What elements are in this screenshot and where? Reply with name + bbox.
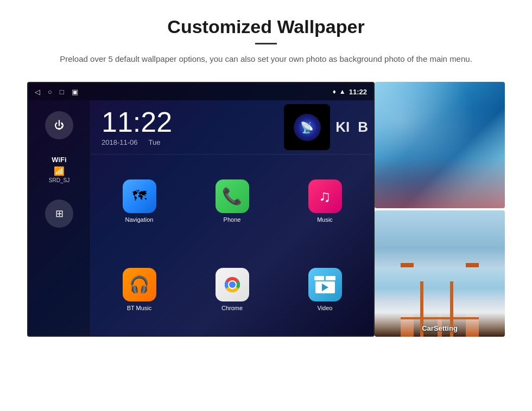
apps-grid-icon: ⊞ xyxy=(55,208,64,220)
power-icon: ⏻ xyxy=(54,120,64,131)
app-chrome[interactable]: Chrome xyxy=(188,247,276,331)
back-icon[interactable]: ◁ xyxy=(35,88,40,96)
wallpaper-panel: CarSetting xyxy=(375,82,505,337)
wallpaper-bridge-thumb[interactable]: CarSetting xyxy=(375,210,505,337)
screen-body: ⏻ WiFi 📶 SRD_SJ ⊞ 11:22 xyxy=(28,100,373,336)
location-icon: ♦ xyxy=(333,88,336,95)
svg-point-3 xyxy=(229,281,236,288)
android-screen: ◁ ○ □ ▣ ♦ ▲ 11:22 ⏻ WiFi 📶 SRD_S xyxy=(27,82,375,337)
clock-date: 2018-11-06 Tue xyxy=(102,138,284,146)
screen-main: 11:22 2018-11-06 Tue 📡 KI B xyxy=(91,100,373,336)
bt-music-icon: 🎧 xyxy=(123,268,156,301)
clock-day-text: Tue xyxy=(149,138,161,146)
navigation-icon: 🗺 xyxy=(123,179,156,213)
clock-area: 11:22 2018-11-06 Tue 📡 KI B xyxy=(91,100,373,155)
page-description: Preload over 5 default wallpaper options… xyxy=(43,53,489,66)
app-letter-b: B xyxy=(358,119,368,136)
app-grid: 🗺 Navigation 📞 Phone ♫ xyxy=(91,155,373,336)
status-bar: ◁ ○ □ ▣ ♦ ▲ 11:22 xyxy=(28,83,373,100)
wifi-signal-icon: ▲ xyxy=(339,88,346,95)
clock-info: 11:22 2018-11-06 Tue xyxy=(102,108,284,146)
wallpaper-bridge-label: CarSetting xyxy=(375,324,505,332)
phone-label: Phone xyxy=(224,216,241,223)
app-letter-ki: KI xyxy=(335,119,350,136)
app-music[interactable]: ♫ Music xyxy=(281,159,369,243)
video-label: Video xyxy=(318,305,333,311)
main-content: ◁ ○ □ ▣ ♦ ▲ 11:22 ⏻ WiFi 📶 SRD_S xyxy=(0,76,532,342)
media-widget[interactable]: 📡 xyxy=(284,104,330,150)
app-phone[interactable]: 📞 Phone xyxy=(188,159,276,243)
page-header: Customized Wallpaper Preload over 5 defa… xyxy=(0,0,532,76)
phone-icon: 📞 xyxy=(216,179,249,213)
chrome-svg xyxy=(216,268,249,301)
app-bt-music[interactable]: 🎧 BT Music xyxy=(95,247,183,331)
screenshot-icon[interactable]: ▣ xyxy=(72,88,78,96)
music-icon: ♫ xyxy=(308,179,342,213)
wallpaper-ice-thumb[interactable] xyxy=(375,82,505,208)
media-icon: 📡 xyxy=(294,114,321,141)
status-time: 11:22 xyxy=(349,88,367,96)
title-divider xyxy=(255,43,277,44)
chrome-label: Chrome xyxy=(221,305,243,311)
recents-icon[interactable]: □ xyxy=(60,88,64,96)
app-navigation[interactable]: 🗺 Navigation xyxy=(95,159,183,243)
status-right-icons: ♦ ▲ 11:22 xyxy=(333,88,367,96)
wifi-bars-icon: 📶 xyxy=(49,166,69,176)
wifi-ssid: SRD_SJ xyxy=(49,177,69,183)
status-left-icons: ◁ ○ □ ▣ xyxy=(35,88,78,96)
clock-time: 11:22 xyxy=(102,108,284,136)
home-icon[interactable]: ○ xyxy=(48,88,52,96)
app-letters: KI B xyxy=(335,119,368,136)
left-sidebar: ⏻ WiFi 📶 SRD_SJ ⊞ xyxy=(28,100,91,336)
bt-music-label: BT Music xyxy=(127,305,152,311)
navigation-label: Navigation xyxy=(125,216,154,223)
video-icon xyxy=(308,268,342,301)
page-title: Customized Wallpaper xyxy=(43,16,489,37)
apps-button[interactable]: ⊞ xyxy=(45,200,73,228)
wifi-info: WiFi 📶 SRD_SJ xyxy=(49,156,69,183)
app-video[interactable]: Video xyxy=(281,247,369,331)
chrome-icon xyxy=(216,268,249,301)
clock-date-text: 2018-11-06 xyxy=(102,138,138,146)
wifi-antenna-icon: 📡 xyxy=(300,121,314,134)
power-button[interactable]: ⏻ xyxy=(45,111,73,139)
music-label: Music xyxy=(317,216,333,223)
wifi-label: WiFi xyxy=(49,156,69,164)
